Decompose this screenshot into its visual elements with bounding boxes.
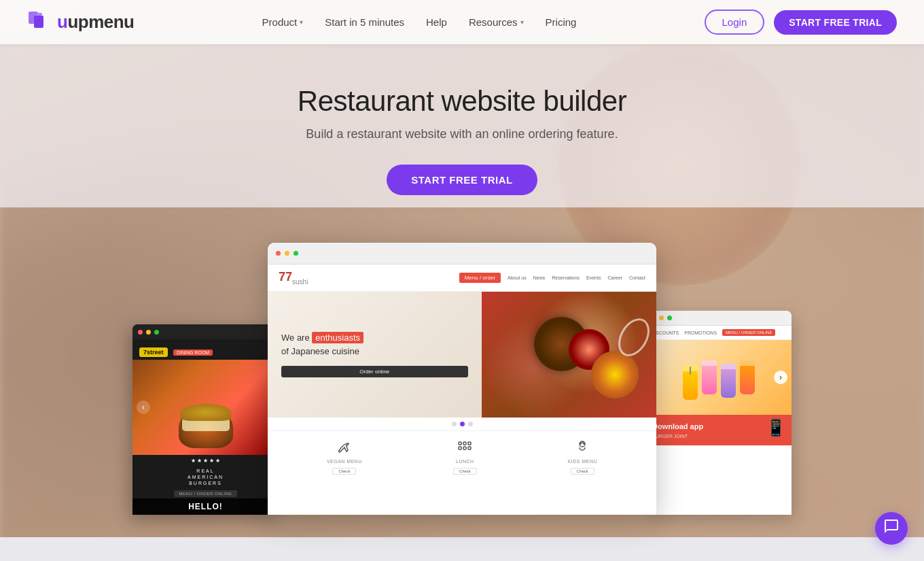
svg-point-11: [584, 443, 584, 444]
nav-start[interactable]: Start in 5 minutes: [325, 16, 404, 28]
sushi-hero-right: [482, 292, 656, 418]
nav-product[interactable]: Product ▾: [262, 16, 304, 28]
hello-bar: HELLO!: [132, 498, 279, 515]
dot-red-c: [276, 251, 281, 256]
burger-visual: [132, 360, 279, 455]
star-1: ★: [191, 458, 196, 464]
browser-content-center: 77sushi Menu / order About us News Reser…: [268, 265, 656, 515]
dot-yellow-r: [659, 316, 664, 320]
star-3: ★: [203, 458, 208, 464]
right-nav-bar: DISCOUNTS PROMOTIONS MENU / ORDER ONLINE: [645, 326, 792, 340]
lunch-label: LUNCH: [456, 459, 474, 464]
left-burger-image: ‹: [132, 360, 279, 455]
dot-yellow: [146, 330, 151, 335]
sushi-order-online-button[interactable]: Order online: [281, 366, 468, 377]
browser-bar-left: [132, 324, 279, 339]
right-nav-promotions[interactable]: PROMOTIONS: [684, 330, 717, 335]
product-chevron-icon: ▾: [300, 18, 303, 26]
sushi-nav-career[interactable]: Career: [607, 275, 622, 280]
svg-rect-8: [468, 447, 471, 449]
nav-pricing[interactable]: Pricing: [546, 16, 577, 28]
sushi-nav-links: Menu / order About us News Reservations …: [459, 273, 645, 283]
sushi-nav-about[interactable]: About us: [508, 275, 527, 280]
nav-help[interactable]: Help: [426, 16, 447, 28]
kids-label: KIDS MENU: [568, 459, 597, 464]
right-drinks-area: ›: [645, 340, 792, 415]
sushi-nav-contact[interactable]: Contact: [629, 275, 645, 280]
browser-bar-right: [645, 311, 792, 326]
sushi-menu-order-btn[interactable]: Menu / order: [459, 273, 501, 283]
nav-trial-button[interactable]: START FREE TRIAL: [774, 10, 897, 35]
left-logo-badge: 7street: [139, 347, 168, 357]
resources-chevron-icon: ▾: [520, 18, 524, 26]
dot-green-r: [667, 316, 672, 320]
nav-resources[interactable]: Resources ▾: [469, 16, 524, 28]
star-4: ★: [209, 458, 214, 464]
hero-trial-button[interactable]: START FREE TRIAL: [387, 165, 537, 195]
next-arrow-button[interactable]: ›: [774, 371, 787, 384]
vegan-check-button[interactable]: Check: [332, 468, 356, 475]
dot-green-c: [294, 251, 298, 256]
sushi-logo: 77sushi: [279, 270, 308, 286]
star-2: ★: [197, 458, 202, 464]
sushi-roll-visual: [482, 292, 656, 418]
sushi-dot-2[interactable]: [460, 422, 465, 426]
vegan-icon: [336, 438, 353, 456]
login-button[interactable]: Login: [705, 10, 765, 35]
svg-point-10: [580, 443, 581, 444]
kids-icon: [574, 438, 590, 456]
svg-rect-7: [463, 447, 466, 449]
sushi-hero-text: We are enthusiasts of Japanese cuisine: [281, 331, 468, 358]
vegan-label: VEGAN MENU: [327, 459, 362, 464]
lunch-check-button[interactable]: Check: [453, 468, 477, 475]
kids-check-button[interactable]: Check: [571, 468, 594, 475]
dot-yellow-c: [285, 251, 289, 256]
lunch-icon: [457, 438, 473, 456]
sushi-feature-lunch: LUNCH Check: [453, 438, 477, 475]
sushi-nav-reservations[interactable]: Reservations: [552, 275, 580, 280]
nav-actions: Login START FREE TRIAL: [705, 10, 897, 35]
right-download: Download app 📱 BURGER JOINT: [645, 415, 792, 445]
browser-left: 7street DINING ROOM ‹ ★: [132, 324, 279, 515]
sushi-nav-events[interactable]: Events: [586, 275, 601, 280]
cup-pink: [702, 360, 717, 394]
sushi-highlight: enthusiasts: [312, 332, 363, 343]
hero-section: Restaurant website builder Build a resta…: [0, 44, 924, 195]
cup-purple: [721, 364, 736, 398]
left-logo-area: 7street DINING ROOM: [132, 339, 279, 360]
download-subtitle: BURGER JOINT: [652, 434, 785, 439]
chat-bubble-button[interactable]: [875, 512, 908, 545]
browser-content-left: 7street DINING ROOM ‹ ★: [132, 339, 279, 515]
logo-icon: [27, 10, 52, 35]
sushi-hero: We are enthusiasts of Japanese cuisine O…: [268, 292, 656, 418]
sushi-hero-left: We are enthusiasts of Japanese cuisine O…: [268, 292, 482, 418]
left-dine-tag: DINING ROOM: [173, 350, 213, 356]
star-5: ★: [215, 458, 220, 464]
svg-rect-1: [34, 16, 43, 28]
sushi-dot-3[interactable]: [468, 422, 473, 426]
browser-bar-center: [268, 243, 656, 265]
cup-yellow: [683, 366, 698, 400]
logo[interactable]: uupmenu: [27, 10, 135, 35]
stars-row: ★ ★ ★ ★ ★: [132, 458, 279, 464]
sushi-feature-vegan: VEGAN MENU Check: [327, 438, 362, 475]
sushi-dot-1[interactable]: [452, 422, 457, 426]
sushi-nav-news[interactable]: News: [533, 275, 546, 280]
svg-rect-6: [459, 447, 461, 449]
browser-center: 77sushi Menu / order About us News Reser…: [268, 243, 656, 515]
logo-text: uupmenu: [57, 12, 135, 33]
prev-arrow-button[interactable]: ‹: [137, 401, 150, 414]
sushi-dots: [268, 418, 656, 430]
navbar: uupmenu Product ▾ Start in 5 minutes Hel…: [0, 0, 924, 44]
right-menu-order-button[interactable]: MENU / ORDER ONLINE: [722, 329, 775, 336]
cup-orange: [740, 360, 755, 394]
download-phone-icon: 📱: [766, 418, 786, 437]
svg-rect-3: [459, 442, 461, 445]
left-menu-order-button[interactable]: MENU / ORDER ONLINE: [174, 490, 238, 497]
chat-icon: [883, 518, 900, 539]
dot-green: [154, 330, 159, 335]
dot-red: [138, 330, 143, 335]
sushi-nav: 77sushi Menu / order About us News Reser…: [268, 265, 656, 292]
hero-title: Restaurant website builder: [0, 85, 924, 118]
right-download-title: Download app: [652, 422, 785, 431]
